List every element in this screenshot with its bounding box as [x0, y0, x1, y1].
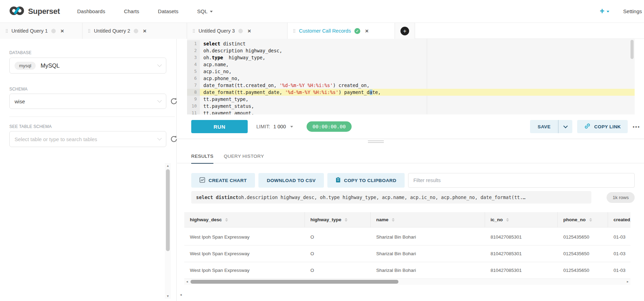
settings-menu[interactable]: Settings: [623, 8, 642, 14]
query-tab-label: Untitled Query 3: [199, 28, 235, 34]
limit-dropdown[interactable]: LIMIT: 1 000: [256, 120, 293, 133]
table-cell: O: [305, 262, 371, 278]
editor-line[interactable]: 9tt.payment_type,: [187, 96, 635, 103]
save-button[interactable]: SAVE: [530, 124, 558, 129]
new-item-button[interactable]: +: [600, 7, 609, 15]
sort-icon: [345, 218, 347, 222]
editor-line[interactable]: 2oh.description highway_desc,: [187, 47, 635, 54]
results-tab-results[interactable]: RESULTS: [191, 149, 213, 163]
close-tab-icon[interactable]: ×: [248, 28, 251, 34]
column-header-highway_type[interactable]: highway_type: [305, 212, 371, 227]
table-row[interactable]: West Ipoh Span ExpresswayOSharizal Bin B…: [184, 246, 630, 262]
table-cell: 01-03: [608, 246, 630, 262]
table-cell: O: [305, 246, 371, 262]
scroll-up-icon[interactable]: ▲: [165, 163, 171, 169]
nav-item-label: Datasets: [158, 8, 178, 14]
pane-resize-handle[interactable]: [368, 140, 384, 144]
limit-label: LIMIT:: [256, 124, 270, 129]
create-chart-button[interactable]: CREATE CHART: [191, 173, 255, 188]
column-label: ic_no: [491, 217, 503, 222]
limit-value: 1 000: [273, 124, 286, 129]
query-preview[interactable]: select distinct oh.description highway_d…: [191, 191, 591, 204]
nav-item-datasets[interactable]: Datasets: [158, 8, 178, 14]
editor-scrollbar-thumb[interactable]: [630, 40, 634, 59]
sql-editor[interactable]: 1select distinct2oh.description highway_…: [187, 39, 635, 114]
results-tab-query-history[interactable]: QUERY HISTORY: [224, 149, 264, 163]
database-name: MySQL: [41, 62, 60, 69]
query-timer-badge: 00:00:00.00: [307, 121, 352, 132]
table-select[interactable]: Select table or type to search tables: [9, 131, 166, 147]
chart-icon: [200, 177, 205, 184]
table-cell: 0125435650: [558, 229, 608, 245]
table-schema-label: SEE TABLE SCHEMA: [9, 124, 52, 129]
editor-line[interactable]: 1select distinct: [187, 40, 635, 47]
pane-scroll-left-icon[interactable]: ◄: [178, 292, 184, 298]
editor-line[interactable]: 10tt.payment_status,: [187, 103, 635, 110]
superset-logo[interactable]: Superset: [9, 6, 60, 17]
editor-line[interactable]: 3oh.type highway_type,: [187, 54, 635, 61]
query-tab[interactable]: Untitled Query 3×: [187, 23, 288, 39]
column-header-phone_no[interactable]: phone_no: [558, 212, 608, 227]
query-tab[interactable]: Untitled Query 2×: [82, 23, 187, 39]
drag-handle-icon[interactable]: [6, 29, 8, 33]
success-check-icon: ✓: [354, 28, 360, 34]
editor-lines: 1select distinct2oh.description highway_…: [187, 40, 635, 114]
schema-name: wise: [15, 98, 25, 104]
sort-icon: [506, 218, 509, 222]
save-dropdown-button[interactable]: [558, 126, 572, 128]
sidebar-divider: [9, 117, 175, 117]
preview-sql-text: oh.description highway_desc, oh.type hig…: [238, 195, 526, 200]
database-select[interactable]: mysql MySQL: [9, 58, 166, 74]
more-actions-icon[interactable]: •••: [633, 124, 640, 130]
scrollbar-thumb[interactable]: [166, 169, 170, 251]
copy-link-button[interactable]: COPY LINK: [577, 120, 628, 133]
close-tab-icon[interactable]: ×: [61, 28, 64, 34]
table-row[interactable]: West Ipoh Span ExpresswayOSharizal Bin B…: [184, 229, 630, 246]
clipboard-icon: [336, 177, 341, 184]
editor-line[interactable]: 11tt.payment_amount,: [187, 110, 635, 114]
close-tab-icon[interactable]: ×: [365, 28, 369, 34]
editor-line[interactable]: 6acp.phone_no,: [187, 75, 635, 82]
nav-item-charts[interactable]: Charts: [124, 8, 139, 14]
status-dot-icon: [238, 29, 243, 33]
code-text: tt.payment_amount,: [200, 110, 635, 114]
table-horizontal-scrollbar[interactable]: ◄ ►: [184, 279, 630, 285]
table-cell: Sharizal Bin Bohari: [371, 262, 485, 278]
query-tab[interactable]: Untitled Query 1×: [0, 23, 82, 39]
chevron-down-icon: [563, 124, 568, 128]
scroll-right-icon[interactable]: ►: [625, 279, 630, 285]
sidebar-scrollbar[interactable]: ▲ ▼: [165, 163, 171, 299]
editor-line[interactable]: 7date_format(tt.created_on, '%d-%m-%Y %H…: [187, 82, 635, 89]
drag-handle-icon[interactable]: [193, 29, 195, 33]
drag-handle-icon[interactable]: [88, 29, 90, 33]
run-button[interactable]: RUN: [191, 120, 248, 133]
schema-select[interactable]: wise: [9, 94, 166, 109]
nav-item-dashboards[interactable]: Dashboards: [77, 8, 105, 14]
copy-clipboard-button[interactable]: COPY TO CLIPBOARD: [327, 173, 405, 188]
editor-line[interactable]: 5acp.ic_no,: [187, 68, 635, 75]
table-row[interactable]: West Ipoh Span ExpresswayOSharizal Bin B…: [184, 262, 630, 279]
editor-line[interactable]: 8date_format(tt.payment_date, '%d-%m-%Y …: [187, 89, 635, 96]
table-cell: 0125435650: [558, 262, 608, 278]
close-tab-icon[interactable]: ×: [143, 28, 147, 34]
column-header-highway_desc[interactable]: highway_desc: [184, 212, 305, 227]
row-count-badge: 1k rows: [607, 192, 635, 203]
status-dot-icon: [134, 29, 138, 33]
drag-handle-icon[interactable]: [293, 29, 295, 33]
scroll-down-icon[interactable]: ▼: [165, 293, 171, 299]
scrollbar-thumb[interactable]: [191, 280, 398, 284]
download-csv-button[interactable]: DOWNLOAD TO CSV: [258, 173, 324, 188]
editor-toolbar: RUN LIMIT: 1 000 00:00:00.00 SAVE: [177, 114, 644, 139]
column-header-name[interactable]: name: [371, 212, 485, 227]
refresh-schemas-icon[interactable]: [170, 97, 179, 106]
nav-right: + Settings: [600, 7, 642, 15]
filter-results-input[interactable]: [408, 173, 635, 188]
add-tab-button[interactable]: +: [395, 23, 415, 39]
sort-icon: [225, 218, 228, 222]
scroll-left-icon[interactable]: ◄: [184, 279, 190, 285]
query-tab[interactable]: Customer Call Records✓×: [288, 23, 395, 39]
editor-line[interactable]: 4acp.name,: [187, 61, 635, 68]
nav-item-sql[interactable]: SQL: [197, 8, 213, 14]
column-header-created_[interactable]: created_: [608, 212, 630, 227]
column-header-ic_no[interactable]: ic_no: [485, 212, 558, 227]
